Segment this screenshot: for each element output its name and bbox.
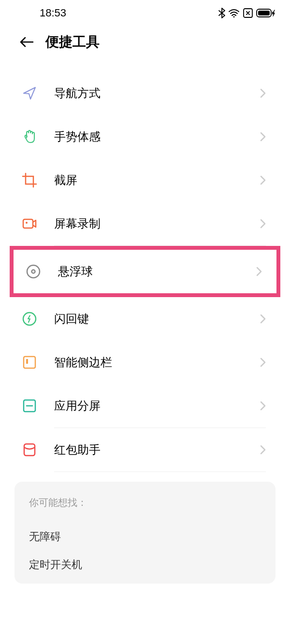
menu-item-split-screen[interactable]: 应用分屏 xyxy=(0,384,290,428)
suggestion-item-accessibility[interactable]: 无障碍 xyxy=(29,523,261,551)
menu-item-navigation[interactable]: 导航方式 xyxy=(0,72,290,115)
chevron-right-icon xyxy=(260,314,266,324)
status-time: 18:53 xyxy=(40,7,66,19)
menu-label: 屏幕录制 xyxy=(54,216,260,231)
svg-point-7 xyxy=(27,265,40,278)
highlight-box: 悬浮球 xyxy=(10,246,280,297)
status-bar: 18:53 xyxy=(0,0,290,23)
svg-rect-5 xyxy=(23,219,33,228)
x-box-icon xyxy=(243,8,253,18)
menu-item-floating-ball[interactable]: 悬浮球 xyxy=(14,250,276,293)
suggestion-item-scheduled-power[interactable]: 定时开关机 xyxy=(29,551,261,579)
chevron-right-icon xyxy=(260,88,266,98)
bluetooth-icon xyxy=(218,8,225,18)
chevron-right-icon xyxy=(260,358,266,367)
menu-label: 应用分屏 xyxy=(54,398,260,414)
menu-item-redpacket[interactable]: 红包助手 xyxy=(0,428,290,472)
navigation-icon xyxy=(21,85,38,101)
suggestions-title: 你可能想找： xyxy=(29,496,261,509)
svg-point-8 xyxy=(32,270,35,273)
menu-item-gesture[interactable]: 手势体感 xyxy=(0,115,290,158)
menu-item-flashback[interactable]: 闪回键 xyxy=(0,297,290,341)
chevron-right-icon xyxy=(260,219,266,229)
divider xyxy=(54,472,266,472)
svg-point-6 xyxy=(26,222,28,224)
svg-rect-14 xyxy=(24,444,35,456)
split-screen-icon xyxy=(21,398,38,414)
menu-label: 智能侧边栏 xyxy=(54,355,260,370)
menu-list: 导航方式 手势体感 截屏 xyxy=(0,62,290,472)
svg-point-0 xyxy=(233,16,235,18)
svg-rect-10 xyxy=(24,357,35,368)
menu-label: 截屏 xyxy=(54,172,260,188)
floating-ball-icon xyxy=(25,263,42,280)
page-title: 便捷工具 xyxy=(45,33,100,51)
redpacket-icon xyxy=(21,442,38,458)
menu-label: 红包助手 xyxy=(54,442,260,458)
status-icons xyxy=(218,8,276,18)
svg-rect-3 xyxy=(258,11,270,15)
chevron-right-icon xyxy=(260,175,266,185)
flashback-icon xyxy=(21,311,38,327)
crop-icon xyxy=(21,172,38,188)
wifi-icon xyxy=(228,9,240,17)
hand-icon xyxy=(21,129,38,145)
menu-label: 悬浮球 xyxy=(58,264,256,279)
menu-item-smart-sidebar[interactable]: 智能侧边栏 xyxy=(0,341,290,384)
chevron-right-icon xyxy=(260,401,266,411)
battery-icon xyxy=(256,8,276,18)
suggestions-box: 你可能想找： 无障碍 定时开关机 xyxy=(14,482,276,584)
back-arrow-icon xyxy=(19,36,34,48)
sidebar-icon xyxy=(21,354,38,371)
chevron-right-icon xyxy=(260,445,266,455)
chevron-right-icon xyxy=(256,267,262,276)
menu-label: 手势体感 xyxy=(54,129,260,144)
menu-label: 闪回键 xyxy=(54,311,260,327)
menu-item-screenshot[interactable]: 截屏 xyxy=(0,158,290,202)
svg-rect-11 xyxy=(26,359,28,364)
menu-label: 导航方式 xyxy=(54,86,260,101)
record-icon xyxy=(21,215,38,232)
back-button[interactable] xyxy=(19,35,34,49)
menu-item-screen-record[interactable]: 屏幕录制 xyxy=(0,202,290,245)
chevron-right-icon xyxy=(260,132,266,142)
header: 便捷工具 xyxy=(0,23,290,62)
